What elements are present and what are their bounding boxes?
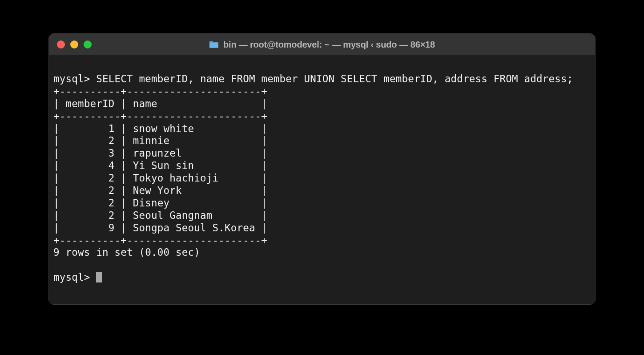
table-border: +----------+----------------------+ [53,85,267,97]
table-border: +----------+----------------------+ [53,110,267,122]
table-border: +----------+----------------------+ [53,234,267,246]
cursor [96,272,102,282]
close-button[interactable] [57,40,65,48]
table-row: | 3 | rapunzel | [53,147,267,159]
table-row: | 4 | Yi Sun sin | [53,160,267,171]
title-wrap: bin — root@tomodevel: ~ — mysql ‹ sudo —… [49,40,595,50]
table-row: | 1 | snow white | [53,123,267,134]
prompt: mysql> [53,271,96,283]
table-row: | 2 | New York | [53,185,267,196]
window-title: bin — root@tomodevel: ~ — mysql ‹ sudo —… [223,40,435,50]
table-header: | memberID | name | [53,98,267,109]
folder-icon [209,40,219,48]
status-text: 9 rows in set (0.00 sec) [53,246,200,258]
table-row: | 2 | Seoul Gangnam | [53,210,267,221]
minimize-button[interactable] [70,40,78,48]
table-row: | 2 | Tokyo hachioji | [53,172,267,184]
table-row: | 9 | Songpa Seoul S.Korea | [53,222,267,234]
maximize-button[interactable] [84,40,92,48]
table-row: | 2 | Disney | [53,197,267,209]
terminal-window: bin — root@tomodevel: ~ — mysql ‹ sudo —… [48,33,596,305]
table-row: | 2 | minnie | [53,135,267,146]
prompt: mysql> [53,73,90,85]
traffic-lights [57,40,92,48]
sql-query: SELECT memberID, name FROM member UNION … [96,73,573,85]
terminal-body[interactable]: mysql> SELECT memberID, name FROM member… [49,55,595,304]
titlebar[interactable]: bin — root@tomodevel: ~ — mysql ‹ sudo —… [49,34,595,55]
terminal-content[interactable]: mysql> SELECT memberID, name FROM member… [53,73,591,284]
